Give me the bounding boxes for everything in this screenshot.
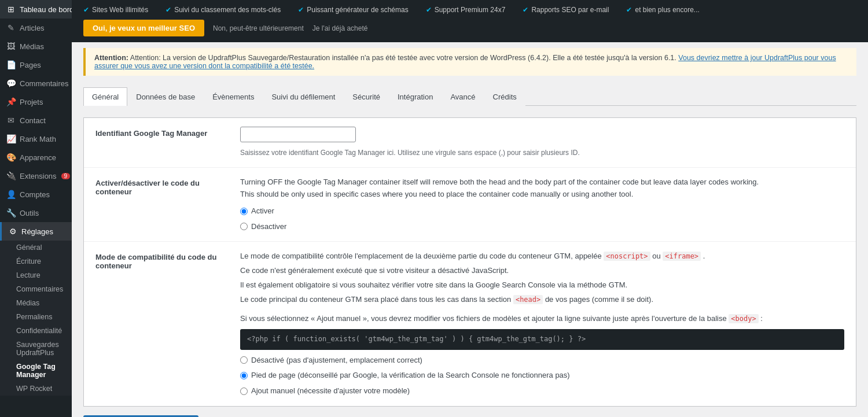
gtm-id-description: Saisissez votre identifiant Google Tag M…: [240, 147, 844, 158]
submenu-permaliens[interactable]: Permaliens: [0, 310, 72, 324]
compat-desc-1: Le mode de compatibilité contrôle l'empl…: [240, 250, 844, 263]
bought-link[interactable]: Je l'ai déjà acheté: [312, 24, 368, 32]
sidebar-item-extensions[interactable]: 🔌 Extensions 9: [0, 167, 72, 185]
notice-text: Attention: Attention: La version de Updr…: [94, 54, 836, 70]
feature-item: ✔Puissant générateur de schémas: [298, 6, 408, 14]
tab-suivi[interactable]: Suivi du défilement: [263, 87, 344, 106]
sidebar: ⊞ Tableau de bord ✎ Articles 🖼 Médias 📄 …: [0, 0, 72, 417]
tab-credits[interactable]: Crédits: [484, 87, 525, 106]
check-icon: ✔: [426, 6, 432, 14]
sidebar-item-commentaires[interactable]: 💬 Commentaires: [0, 74, 72, 93]
tab-avance[interactable]: Avancé: [442, 87, 484, 106]
upgrade-button[interactable]: Oui, je veux un meilleur SEO: [83, 20, 204, 36]
compat-desc-3: Il est également obligatoire si vous sou…: [240, 279, 844, 291]
content-scroll: Général Données de base Évènements Suivi…: [72, 82, 868, 417]
submenu-medias[interactable]: Médias: [0, 296, 72, 310]
radio-activate-label[interactable]: Activer: [240, 205, 844, 217]
check-icon: ✔: [83, 6, 89, 14]
code-block-php: <?php if ( function_exists( 'gtm4wp_the_…: [240, 329, 844, 349]
sidebar-item-projets[interactable]: 📌 Projets: [0, 93, 72, 111]
check-icon: ✔: [523, 6, 528, 14]
feature-item: ✔et bien plus encore...: [626, 6, 699, 14]
sidebar-item-comptes[interactable]: 👤 Comptes: [0, 185, 72, 204]
articles-icon: ✎: [6, 23, 16, 32]
radio-manual[interactable]: [240, 388, 248, 395]
check-icon: ✔: [165, 6, 171, 14]
sidebar-item-divi-supreme[interactable]: ◎ Divi Supreme Pro: [0, 415, 72, 417]
radio-disabled[interactable]: [240, 356, 248, 364]
extensions-icon: 🔌: [6, 171, 16, 180]
toggle-description: Turning OFF the Google Tag Manager conta…: [240, 176, 844, 201]
code-head: <head>: [513, 295, 543, 304]
gtm-id-row: Identifiant Google Tag Manager Saisissez…: [84, 118, 856, 168]
sidebar-item-tableau[interactable]: ⊞ Tableau de bord: [0, 0, 72, 19]
submenu-sauvegardes[interactable]: Sauvegardes UpdraftPlus: [0, 338, 72, 360]
contact-icon: ✉: [6, 116, 16, 125]
sidebar-item-contact[interactable]: ✉ Contact: [0, 111, 72, 130]
radio-footer[interactable]: [240, 372, 248, 379]
feature-item: ✔Suivi du classement des mots-clés: [165, 6, 281, 14]
rankmath-icon: 📈: [6, 134, 16, 143]
check-icon: ✔: [626, 6, 632, 14]
sidebar-item-pages[interactable]: 📄 Pages: [0, 56, 72, 74]
projets-icon: 📌: [6, 97, 16, 106]
feature-item: ✔Rapports SEO par e-mail: [523, 6, 609, 14]
upgrade-banner: ✔Sites Web illimités ✔Suivi du classemen…: [72, 0, 868, 42]
pages-icon: 📄: [6, 60, 16, 69]
check-icon: ✔: [298, 6, 304, 14]
code-noscript: <noscript>: [604, 252, 650, 261]
sidebar-item-rankmath[interactable]: 📈 Rank Math: [0, 130, 72, 148]
apparence-icon: 🎨: [6, 153, 16, 162]
sidebar-item-reglages[interactable]: ⚙ Réglages: [0, 222, 72, 241]
compat-desc-2: Ce code n'est généralement exécuté que s…: [240, 265, 844, 277]
notice-warning: Attention: Attention: La version de Updr…: [83, 48, 856, 76]
submenu-commentaires[interactable]: Commentaires: [0, 282, 72, 296]
outils-icon: 🔧: [6, 208, 16, 217]
sidebar-item-articles[interactable]: ✎ Articles: [0, 19, 72, 37]
comptes-icon: 👤: [6, 190, 16, 199]
submenu-wprocket[interactable]: WP Rocket: [0, 382, 72, 396]
toggle-content: Turning OFF the Google Tag Manager conta…: [240, 176, 844, 233]
tab-bar: Général Données de base Évènements Suivi…: [83, 87, 856, 106]
reglages-submenu: Général Écriture Lecture Commentaires Mé…: [0, 241, 72, 396]
tab-general[interactable]: Général: [83, 87, 127, 106]
toggle-row: Activer/désactiver le code du conteneur …: [84, 168, 856, 242]
tab-securite[interactable]: Sécurité: [344, 87, 389, 106]
medias-icon: 🖼: [6, 42, 16, 51]
banner-buttons: Oui, je veux un meilleur SEO Non, peut-ê…: [83, 20, 856, 36]
later-link[interactable]: Non, peut-être ultérieurement: [213, 24, 304, 32]
sidebar-item-medias[interactable]: 🖼 Médias: [0, 37, 72, 56]
submenu-gtm[interactable]: Google Tag Manager: [0, 360, 72, 382]
toggle-label: Activer/désactiver le code du conteneur: [95, 176, 229, 196]
reglages-icon: ⚙: [8, 227, 18, 236]
radio-disabled-label[interactable]: Désactivé (pas d'ajustement, emplacement…: [240, 355, 844, 367]
compat-label: Mode de compatibilité du code du contene…: [95, 250, 229, 270]
dashboard-icon: ⊞: [6, 5, 16, 14]
tab-donnees[interactable]: Données de base: [127, 87, 204, 106]
radio-activate[interactable]: [240, 208, 248, 215]
compat-row: Mode de compatibilité du code du contene…: [84, 242, 856, 406]
radio-manual-label[interactable]: Ajout manuel (nécessite d'ajuster votre …: [240, 385, 844, 397]
comments-icon: 💬: [6, 79, 16, 88]
submenu-lecture[interactable]: Lecture: [0, 268, 72, 282]
compat-content: Le mode de compatibilité contrôle l'empl…: [240, 250, 844, 397]
gtm-id-label: Identifiant Google Tag Manager: [95, 127, 229, 138]
sidebar-item-apparence[interactable]: 🎨 Apparence: [0, 148, 72, 167]
submenu-general[interactable]: Général: [0, 241, 72, 254]
radio-deactivate[interactable]: [240, 223, 248, 230]
tab-evenements[interactable]: Évènements: [204, 87, 263, 106]
settings-form: Identifiant Google Tag Manager Saisissez…: [83, 117, 856, 407]
compat-radio-group: Désactivé (pas d'ajustement, emplacement…: [240, 355, 844, 397]
feature-item: ✔Support Premium 24x7: [426, 6, 506, 14]
tab-integration[interactable]: Intégration: [389, 87, 442, 106]
gtm-id-input[interactable]: [240, 127, 356, 142]
radio-deactivate-label[interactable]: Désactiver: [240, 221, 844, 233]
code-iframe: <iframe>: [663, 252, 701, 261]
submenu-ecriture[interactable]: Écriture: [0, 254, 72, 268]
compat-desc-5: Si vous sélectionnez « Ajout manuel », v…: [240, 313, 844, 325]
extensions-badge: 9: [61, 173, 71, 179]
submenu-confidentialite[interactable]: Confidentialité: [0, 324, 72, 338]
sidebar-item-outils[interactable]: 🔧 Outils: [0, 204, 72, 222]
radio-footer-label[interactable]: Pied de page (déconseillé par Google, la…: [240, 370, 844, 382]
content-area: Général Données de base Évènements Suivi…: [72, 82, 868, 417]
